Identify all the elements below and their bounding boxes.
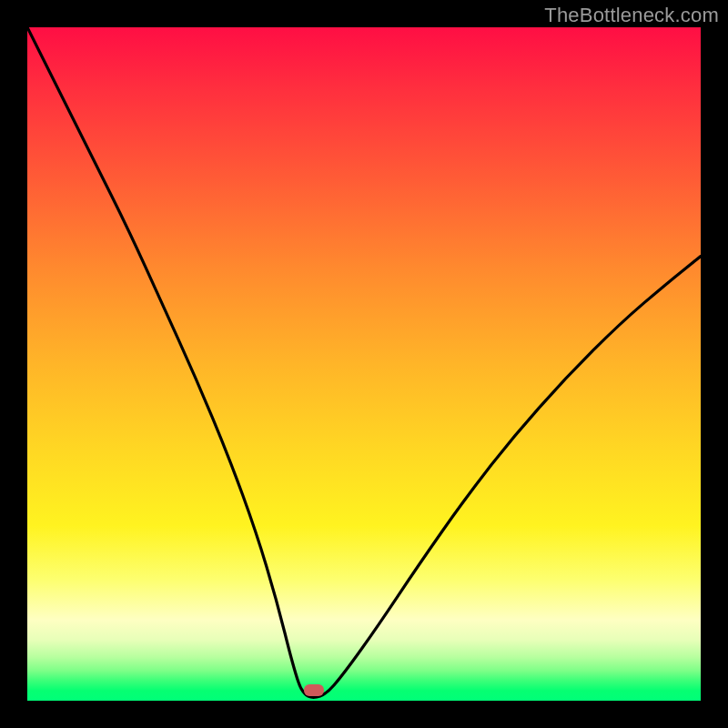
bottleneck-curve — [27, 27, 701, 701]
minimum-marker — [304, 684, 324, 696]
chart-frame: TheBottleneck.com — [0, 0, 728, 728]
plot-area — [27, 27, 701, 701]
watermark-text: TheBottleneck.com — [544, 4, 719, 27]
